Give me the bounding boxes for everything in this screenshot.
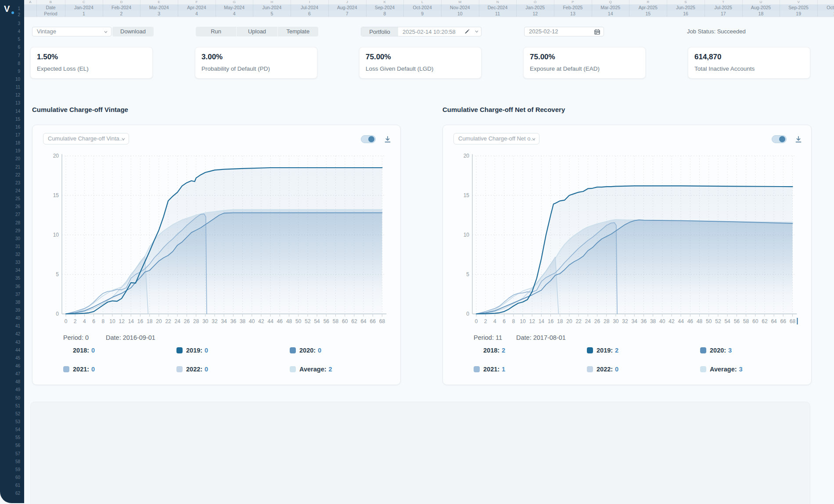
kpi-label: Probability of Default (PD) (201, 65, 270, 72)
sheet-column-letter: A (24, 0, 37, 4)
svg-text:58: 58 (333, 318, 339, 324)
svg-text:32: 32 (622, 318, 628, 324)
svg-text:60: 60 (752, 318, 759, 324)
svg-text:0: 0 (56, 311, 59, 317)
template-button[interactable]: Template (277, 27, 318, 36)
upload-button[interactable]: Upload (236, 27, 277, 36)
run-button[interactable]: Run (196, 27, 236, 36)
sheet-date-cell: Sep-2024 (366, 4, 404, 11)
svg-text:10: 10 (464, 232, 470, 238)
chart-date-readout: Date: 2016-09-01 (106, 334, 155, 341)
vintage-select[interactable]: Vintage (32, 27, 111, 36)
svg-text:12: 12 (529, 318, 535, 324)
download-button[interactable]: Download (112, 27, 154, 36)
sheet-row-number: 36 (0, 284, 20, 290)
svg-text:46: 46 (277, 318, 283, 324)
legend-swatch (63, 347, 69, 353)
svg-text:40: 40 (659, 318, 665, 324)
svg-text:26: 26 (594, 318, 600, 324)
chart-toggle[interactable] (772, 135, 787, 143)
sheet-row-number: 17 (0, 132, 20, 138)
legend-name: 2019: (597, 347, 613, 354)
sheet-column-letter: U (742, 0, 780, 4)
chevron-down-icon (104, 31, 108, 33)
kpi-value: 3.00% (201, 53, 223, 61)
legend-item-2019[interactable]: 2019:0 (176, 346, 290, 355)
sheet-period-cell: 9 (403, 11, 442, 17)
legend-item-average[interactable]: Average:2 (290, 365, 403, 374)
kpi-card-total-inactive-accounts: 614,870 Total Inactive Accounts (688, 47, 810, 79)
legend-item-2020[interactable]: 2020:3 (700, 346, 813, 355)
sheet-row-number: 53 (0, 419, 20, 425)
legend-swatch (700, 347, 706, 353)
legend-item-2020[interactable]: 2020:0 (290, 346, 403, 355)
edit-pencil-icon[interactable] (462, 27, 472, 36)
svg-text:58: 58 (743, 318, 749, 324)
calendar-icon[interactable] (594, 29, 600, 35)
svg-text:48: 48 (286, 318, 292, 324)
chart-legend: 2018:02019:02020:02021:02022:0Average:2 (63, 346, 403, 374)
sheet-row-number: 61 (0, 482, 20, 489)
legend-name: 2021: (73, 366, 89, 373)
sheet-period-cell: 18 (742, 11, 780, 17)
svg-text:14: 14 (128, 318, 134, 324)
sheet-row-number: 31 (0, 244, 20, 250)
chart-metric-select[interactable]: Cumulative Charge-off Vinta... (43, 133, 129, 144)
legend-name: 2022: (186, 366, 202, 373)
chart-metric-select[interactable]: Cumulative Charge-off Net o... (453, 133, 539, 144)
legend-item-2018[interactable]: 2018:2 (474, 346, 587, 355)
chart-download-icon[interactable] (384, 136, 392, 144)
sheet-band: ABCDEFGHIJKLMNOPQRSTUVW DateJan-2024Feb-… (0, 0, 834, 17)
chart-metric-select-value: Cumulative Charge-off Net o... (458, 135, 535, 142)
legend-value: 0 (318, 347, 321, 354)
legend-swatch (290, 366, 296, 372)
upload-button-label: Upload (248, 28, 266, 35)
chart-toggle[interactable] (361, 135, 376, 143)
sheet-date-cell: Mar-2024 (140, 4, 178, 11)
chart-date-readout: Date: 2017-08-01 (516, 334, 566, 341)
sheet-row-number: 45 (0, 355, 20, 361)
legend-item-average[interactable]: Average:3 (700, 365, 813, 374)
legend-item-2021[interactable]: 2021:1 (474, 365, 587, 374)
sheet-row-number: 15 (0, 116, 20, 122)
legend-value: 2 (615, 347, 618, 354)
legend-name: 2019: (186, 347, 202, 354)
sheet-period-cell: 8 (366, 11, 404, 17)
vintage-line-chart[interactable]: 0246810121416182022242628303234363840424… (44, 151, 391, 332)
sheet-date-cell: Oct-2025 (817, 4, 834, 11)
sheet-period-cell: 6 (291, 11, 329, 17)
sheet-period-cell: Period (36, 11, 65, 17)
legend-name: 2021: (483, 366, 500, 373)
legend-item-2018[interactable]: 2018:0 (63, 346, 176, 355)
sheet-row-number: 28 (0, 220, 20, 226)
svg-text:52: 52 (305, 318, 311, 324)
sheet-date-cell: Aug-2024 (328, 4, 367, 11)
svg-text:44: 44 (268, 318, 274, 324)
svg-text:0: 0 (466, 311, 469, 317)
chart-download-icon[interactable] (794, 136, 802, 144)
portfolio-selector[interactable]: Portfolio 2025-02-14 10:20:58 (361, 27, 482, 36)
portfolio-label: Portfolio (361, 27, 398, 36)
portfolio-chevron-icon[interactable] (472, 27, 481, 36)
svg-text:64: 64 (360, 318, 367, 324)
svg-text:6: 6 (92, 318, 95, 324)
kpi-label: Expected Loss (EL) (37, 65, 89, 72)
sheet-row-number: 2 (0, 12, 20, 18)
sheet-column-letter: V (780, 0, 818, 4)
legend-swatch (290, 347, 296, 353)
date-picker-field[interactable]: 2025-02-12 (524, 27, 604, 36)
legend-item-2021[interactable]: 2021:0 (63, 365, 176, 374)
kpi-label: Loss Given Default (LGD) (366, 65, 434, 72)
sheet-period-cell: 2 (103, 11, 141, 17)
svg-text:68: 68 (790, 318, 796, 324)
sheet-row-number: 55 (0, 435, 20, 441)
legend-value: 0 (91, 366, 95, 373)
svg-text:15: 15 (53, 192, 59, 198)
sheet-date-cell (24, 4, 37, 11)
sheet-column-letter: W (817, 0, 834, 4)
svg-text:42: 42 (258, 318, 264, 324)
net-recovery-line-chart[interactable]: 0246810121416182022242628303234363840424… (454, 151, 801, 332)
legend-item-2019[interactable]: 2019:2 (587, 346, 700, 355)
legend-item-2022[interactable]: 2022:0 (587, 365, 700, 374)
legend-item-2022[interactable]: 2022:0 (176, 365, 290, 374)
